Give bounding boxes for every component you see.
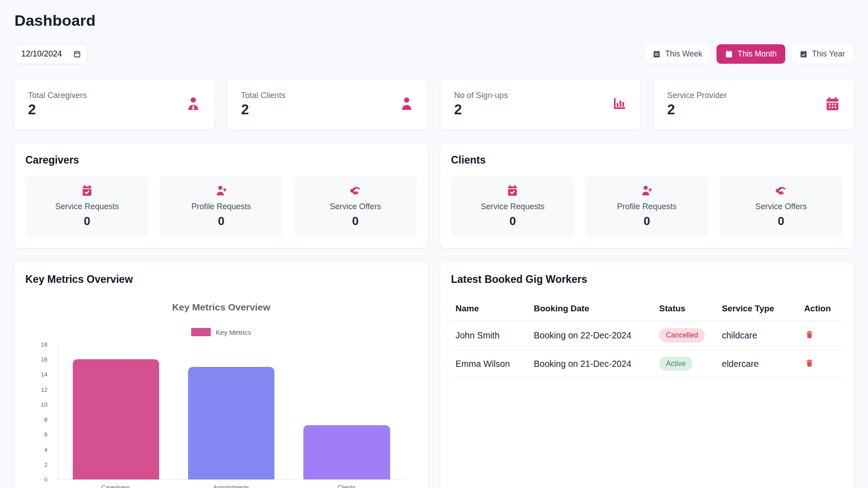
y-axis-ticks: 024681012141618 [26,344,53,479]
trash-icon [805,358,814,368]
caregivers-card: Caregivers Service Requests 0 Profile Re… [14,143,428,248]
delete-button[interactable] [804,357,815,370]
column-header-action: Action [800,298,843,321]
bottom-row: Key Metrics Overview Key Metrics Overvie… [14,262,854,488]
caregivers-service-offers-tile: Service Offers 0 [294,176,417,237]
handshake-icon [775,190,787,198]
column-header-booking-date: Booking Date [529,298,655,321]
stat-label: Total Clients [241,91,285,100]
legend-label: Key Metrics [216,328,251,336]
bar-clients [303,425,390,479]
chart-plot-area: 024681012141618 [58,344,405,480]
stat-label: Total Caregivers [28,91,87,100]
status-badge: Active [659,357,693,371]
chart-column-icon [612,96,627,113]
table-row: Emma Wilson Booking on 21-Dec-2024 Activ… [451,350,843,378]
column-header-name: Name [451,298,529,321]
date-input[interactable]: 12/10/2024 [14,44,88,64]
bar-caregivers [73,359,159,479]
gig-workers-table: Name Booking Date Status Service Type Ac… [451,298,843,378]
handshake-icon [349,190,362,198]
clients-service-offers-tile: Service Offers 0 [719,176,843,237]
legend-swatch [191,328,211,336]
controls-row: 12/10/2024 This Week This Month This Yea… [14,44,854,64]
caregivers-title: Caregivers [25,154,417,166]
this-month-button[interactable]: This Month [717,44,785,64]
calendar-week-icon [653,50,660,58]
column-header-status: Status [655,298,717,321]
user-tie-icon [186,96,201,113]
caregivers-profile-requests-tile: Profile Requests 0 [160,176,283,237]
chart-title: Key Metrics Overview [25,302,417,313]
date-value: 12/10/2024 [21,49,62,59]
cell-name: John Smith [451,321,529,350]
stat-value: 2 [454,102,508,118]
clients-service-requests-tile: Service Requests 0 [451,176,575,237]
calendar-check-icon [506,190,519,198]
stat-card-total-clients: Total Clients 2 [227,79,427,130]
status-badge: Cancelled [659,328,705,343]
trash-icon [805,330,814,339]
user-plus-icon [641,190,653,198]
user-icon [399,96,414,113]
bar-appointments [188,367,274,479]
calendar-check-icon [81,190,93,198]
stat-value: 2 [667,102,727,118]
cell-service-type: eldercare [717,350,800,378]
stat-value: 2 [28,102,87,118]
clients-card: Clients Service Requests 0 Profile Reque… [440,143,854,248]
stat-card-signups: No of Sign-ups 2 [441,79,641,130]
stat-value: 2 [241,102,285,118]
groups-row: Caregivers Service Requests 0 Profile Re… [14,143,854,248]
page-title: Dashboard [14,12,854,29]
clients-title: Clients [451,154,843,166]
stat-cards-row: Total Caregivers 2 Total Clients 2 No of… [14,79,854,130]
chart-legend: Key Metrics [25,328,417,336]
calendar-days-icon [825,96,840,113]
calendar-picker-icon [73,50,81,58]
this-week-button[interactable]: This Week [644,44,711,64]
stat-label: Service Provider [667,91,727,100]
cell-booking-date: Booking on 22-Dec-2024 [529,321,655,350]
gig-workers-heading: Latest Booked Gig Workers [451,273,843,286]
caregivers-service-requests-tile: Service Requests 0 [25,176,149,237]
this-year-button[interactable]: This Year [791,44,854,64]
clients-profile-requests-tile: Profile Requests 0 [585,176,708,237]
calendar-day-icon [725,50,733,58]
column-header-service-type: Service Type [717,298,800,321]
gig-workers-card: Latest Booked Gig Workers Name Booking D… [440,262,854,488]
calendar-check-icon [800,50,807,58]
stat-card-service-provider: Service Provider 2 [654,79,854,130]
key-metrics-heading: Key Metrics Overview [25,273,417,286]
stat-card-total-caregivers: Total Caregivers 2 [14,79,214,130]
table-row: John Smith Booking on 22-Dec-2024 Cancel… [451,321,843,350]
time-filter-group: This Week This Month This Year [644,44,854,64]
x-axis-labels: Caregivers Appointments Clients [58,484,405,488]
delete-button[interactable] [804,329,815,342]
cell-service-type: childcare [717,321,800,350]
cell-booking-date: Booking on 21-Dec-2024 [529,350,655,378]
user-plus-icon [215,190,227,198]
key-metrics-chart: Key Metrics Overview Key Metrics 0246810… [25,302,417,488]
cell-name: Emma Wilson [451,350,529,378]
key-metrics-card: Key Metrics Overview Key Metrics Overvie… [14,262,428,488]
stat-label: No of Sign-ups [454,91,508,100]
